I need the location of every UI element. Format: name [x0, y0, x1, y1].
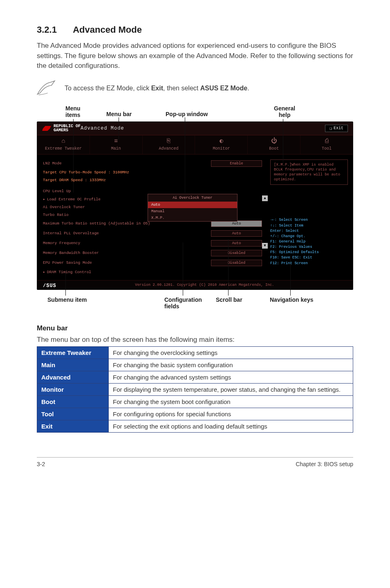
val-mem-bw: Disabled	[211, 250, 262, 256]
nav-extreme-tweaker[interactable]: ⌂Extreme Tweaker	[37, 135, 90, 154]
bios-body: LN2 ModeEnable Target CPU Turbo-Mode Spe…	[37, 155, 353, 280]
popup-opt-xmp[interactable]: X.M.P.	[148, 215, 237, 221]
callout-menu-items: Menu items	[65, 105, 81, 118]
cell-name: Boot	[37, 395, 109, 408]
menubar-intro: The menu bar on top of the screen has th…	[37, 336, 353, 344]
rog-logo: REPUBLIC OFGAMERS	[42, 124, 81, 132]
cell-desc: For changing the system boot configurati…	[109, 395, 353, 408]
bios-left-pane: LN2 ModeEnable Target CPU Turbo-Mode Spe…	[37, 155, 267, 280]
menubar-table: Extreme TweakerFor changing the overcloc…	[37, 346, 353, 433]
cell-name: Monitor	[37, 383, 109, 395]
cell-desc: For displaying the system temperature, p…	[109, 383, 353, 395]
callouts-top: Menu items Menu bar Pop-up window Genera…	[37, 105, 353, 121]
section-heading: 3.2.1 Advanced Mode	[37, 25, 353, 35]
exit-button[interactable]: ❏ Exit	[325, 125, 348, 132]
tool-icon: ⎙	[300, 138, 353, 145]
table-row: MainFor changing the basic system config…	[37, 359, 353, 371]
cell-desc: For changing the basic system configurat…	[109, 359, 353, 371]
val-pll: Auto	[211, 230, 262, 237]
cell-desc: For changing the advanced system setting…	[109, 371, 353, 383]
asus-logo: /SUS	[43, 283, 56, 289]
list-icon: ≡	[90, 138, 142, 145]
row-ln2[interactable]: LN2 ModeEnable	[43, 160, 262, 167]
table-row: ExitFor selecting the exit options and l…	[37, 420, 353, 432]
nav-main[interactable]: ≡Main	[90, 135, 143, 154]
cell-name: Exit	[37, 420, 109, 432]
menubar-heading: Menu bar	[37, 324, 353, 332]
note-text: To access the EZ Mode, click Exit, then …	[65, 85, 249, 92]
cell-name: Advanced	[37, 371, 109, 383]
note-row: To access the EZ Mode, click Exit, then …	[37, 80, 353, 97]
val-epu: Disabled	[211, 260, 262, 266]
row-cpu-level[interactable]: CPU Level Up	[43, 189, 262, 193]
intro-paragraph: The Advanced Mode provides advanced opti…	[37, 41, 353, 71]
exit-icon: ❏	[329, 126, 332, 131]
home-icon: ⌂	[37, 138, 90, 145]
bios-top-bar: REPUBLIC OFGAMERS Advanced Mode ❏ Exit	[37, 122, 353, 135]
row-epu[interactable]: EPU Power Saving ModeDisabled	[43, 260, 262, 266]
rog-eye-icon	[42, 126, 51, 131]
advanced-icon: ⎘	[143, 138, 195, 145]
mode-label: Advanced Mode	[81, 126, 124, 131]
nav-tool[interactable]: ⎙Tool	[300, 135, 353, 154]
popup-title: Ai Overclock Tuner	[148, 194, 237, 202]
val-mem-freq: Auto	[211, 240, 262, 247]
page-number: 3-2	[37, 461, 45, 467]
callout-submenu: Submenu item	[47, 296, 87, 303]
cell-desc: For selecting the exit options and loadi…	[109, 420, 353, 432]
table-row: AdvancedFor changing the advanced system…	[37, 371, 353, 383]
navigation-keys-list: →←: Select Screen ↑↓: Select Item Enter:…	[270, 218, 348, 265]
row-turbo-speed: Target CPU Turbo-Mode Speed : 3100MHz	[43, 170, 262, 175]
section-number: 3.2.1	[37, 25, 57, 35]
popup-window: Ai Overclock Tuner Auto Manual X.M.P.	[148, 194, 238, 222]
callout-navkeys: Navigation keys	[270, 296, 314, 303]
bios-nav-bar: ⌂Extreme Tweaker ≡Main ⎘Advanced ◐Monito…	[37, 135, 353, 155]
scroll-up-icon[interactable]: ▲	[262, 195, 268, 201]
table-row: ToolFor configuring options for special …	[37, 408, 353, 420]
callout-scrollbar: Scroll bar	[216, 296, 242, 303]
nav-boot[interactable]: ⏻Boot	[248, 135, 300, 154]
general-help-box: [X.M.P.]When XMP is enabled BCLK frequen…	[270, 159, 348, 185]
scroll-down-icon[interactable]: ▼	[262, 243, 268, 249]
table-row: MonitorFor displaying the system tempera…	[37, 383, 353, 395]
popup-opt-manual[interactable]: Manual	[148, 208, 237, 215]
row-dram-ctl[interactable]: ▸DRAM Timing Control	[43, 269, 262, 274]
submenu-arrow-icon: ▸	[43, 197, 45, 202]
bios-right-pane: [X.M.P.]When XMP is enabled BCLK frequen…	[267, 155, 353, 280]
chapter-label: Chapter 3: BIOS setup	[296, 461, 353, 467]
cell-desc: For configuring options for special func…	[109, 408, 353, 420]
bios-footer: /SUS Version 2.00.1201. Copyright (C) 20…	[37, 280, 353, 290]
callout-menu-bar: Menu bar	[106, 111, 132, 117]
callout-general-help: General help	[274, 105, 295, 118]
table-row: Extreme TweakerFor changing the overcloc…	[37, 346, 353, 359]
nav-monitor[interactable]: ◐Monitor	[195, 135, 248, 154]
row-mem-freq[interactable]: Memory FrequencyAuto	[43, 240, 262, 247]
submenu-arrow-icon: ▸	[43, 270, 45, 274]
page-footer: 3-2 Chapter 3: BIOS setup	[37, 457, 353, 467]
monitor-icon: ◐	[195, 138, 247, 145]
section-title-text: Advanced Mode	[73, 25, 142, 35]
callout-popup: Pop-up window	[166, 111, 208, 117]
table-row: BootFor changing the system boot configu…	[37, 395, 353, 408]
val-ln2: Enable	[211, 160, 262, 167]
bios-screenshot: REPUBLIC OFGAMERS Advanced Mode ❏ Exit ⌂…	[37, 121, 353, 290]
cell-name: Tool	[37, 408, 109, 420]
pencil-note-icon	[37, 80, 57, 97]
callouts-bottom: Submenu item Configuration fields Scroll…	[37, 292, 353, 314]
popup-opt-auto[interactable]: Auto	[148, 202, 237, 208]
cell-name: Main	[37, 359, 109, 371]
power-icon: ⏻	[248, 138, 300, 145]
row-pll[interactable]: Internal PLL OvervoltageAuto	[43, 230, 262, 237]
row-dram-speed: Target DRAM Speed : 1333MHz	[43, 178, 262, 182]
cell-name: Extreme Tweaker	[37, 346, 109, 359]
cell-desc: For changing the overclocking settings	[109, 346, 353, 359]
figure-wrapper: Menu items Menu bar Pop-up window Genera…	[37, 105, 353, 314]
callout-config-fields: Configuration fields	[164, 296, 202, 310]
row-mem-bw[interactable]: Memory Bandwidth BoosterDisabled	[43, 250, 262, 256]
nav-advanced[interactable]: ⎘Advanced	[143, 135, 195, 154]
